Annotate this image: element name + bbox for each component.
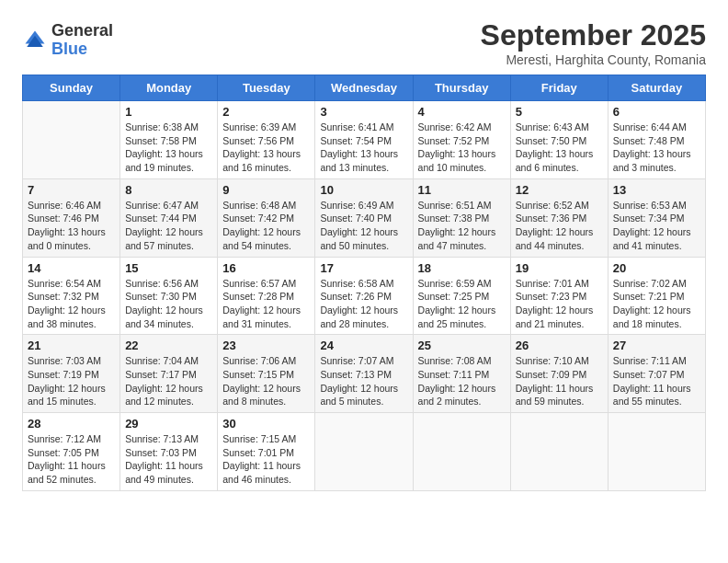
calendar-day-cell: 15Sunrise: 6:56 AM Sunset: 7:30 PM Dayli… xyxy=(120,257,218,335)
day-number: 6 xyxy=(613,105,700,119)
calendar-day-cell: 16Sunrise: 6:57 AM Sunset: 7:28 PM Dayli… xyxy=(218,257,315,335)
day-number: 15 xyxy=(125,261,212,275)
day-info: Sunrise: 6:54 AM Sunset: 7:32 PM Dayligh… xyxy=(28,277,115,331)
day-info: Sunrise: 7:11 AM Sunset: 7:07 PM Dayligh… xyxy=(613,354,700,408)
calendar-day-cell: 3Sunrise: 6:41 AM Sunset: 7:54 PM Daylig… xyxy=(315,101,413,179)
day-number: 5 xyxy=(516,105,603,119)
day-info: Sunrise: 6:39 AM Sunset: 7:56 PM Dayligh… xyxy=(222,121,310,175)
calendar-week-row: 1Sunrise: 6:38 AM Sunset: 7:58 PM Daylig… xyxy=(23,101,706,179)
logo: General Blue xyxy=(22,22,113,59)
day-info: Sunrise: 6:43 AM Sunset: 7:50 PM Dayligh… xyxy=(516,121,603,175)
calendar-day-cell: 23Sunrise: 7:06 AM Sunset: 7:15 PM Dayli… xyxy=(218,335,315,413)
day-info: Sunrise: 7:08 AM Sunset: 7:11 PM Dayligh… xyxy=(418,354,506,408)
calendar-day-cell: 8Sunrise: 6:47 AM Sunset: 7:44 PM Daylig… xyxy=(120,178,218,257)
calendar-day-cell: 29Sunrise: 7:13 AM Sunset: 7:03 PM Dayli… xyxy=(120,413,218,491)
calendar-day-cell: 10Sunrise: 6:49 AM Sunset: 7:40 PM Dayli… xyxy=(315,178,413,257)
logo-blue-text: Blue xyxy=(51,40,113,59)
calendar-day-cell xyxy=(608,413,705,491)
calendar-day-cell: 26Sunrise: 7:10 AM Sunset: 7:09 PM Dayli… xyxy=(510,335,608,413)
calendar-day-cell: 18Sunrise: 6:59 AM Sunset: 7:25 PM Dayli… xyxy=(413,257,510,335)
location-text: Meresti, Harghita County, Romania xyxy=(481,52,706,67)
day-info: Sunrise: 6:41 AM Sunset: 7:54 PM Dayligh… xyxy=(320,121,407,175)
calendar-table: SundayMondayTuesdayWednesdayThursdayFrid… xyxy=(22,75,706,491)
day-number: 2 xyxy=(222,105,310,119)
logo-icon xyxy=(22,28,48,53)
day-info: Sunrise: 6:56 AM Sunset: 7:30 PM Dayligh… xyxy=(125,277,212,331)
day-number: 27 xyxy=(613,339,700,352)
calendar-day-cell: 14Sunrise: 6:54 AM Sunset: 7:32 PM Dayli… xyxy=(23,257,120,335)
day-info: Sunrise: 7:12 AM Sunset: 7:05 PM Dayligh… xyxy=(28,432,115,487)
day-info: Sunrise: 6:38 AM Sunset: 7:58 PM Dayligh… xyxy=(125,121,212,175)
calendar-day-header: Sunday xyxy=(23,75,120,101)
calendar-day-cell: 1Sunrise: 6:38 AM Sunset: 7:58 PM Daylig… xyxy=(120,101,218,179)
day-number: 1 xyxy=(125,105,212,119)
day-info: Sunrise: 6:48 AM Sunset: 7:42 PM Dayligh… xyxy=(222,199,310,253)
day-number: 3 xyxy=(320,105,407,119)
calendar-day-cell: 24Sunrise: 7:07 AM Sunset: 7:13 PM Dayli… xyxy=(315,335,413,413)
day-number: 20 xyxy=(613,261,700,275)
day-number: 13 xyxy=(613,183,700,197)
day-info: Sunrise: 6:47 AM Sunset: 7:44 PM Dayligh… xyxy=(125,199,212,253)
month-title: September 2025 xyxy=(481,18,706,52)
day-number: 9 xyxy=(222,183,310,197)
calendar-day-cell: 28Sunrise: 7:12 AM Sunset: 7:05 PM Dayli… xyxy=(23,413,120,491)
day-number: 7 xyxy=(28,183,115,197)
day-number: 4 xyxy=(418,105,506,119)
calendar-day-header: Friday xyxy=(510,75,608,101)
day-number: 16 xyxy=(222,261,310,275)
day-number: 10 xyxy=(320,183,407,197)
day-number: 11 xyxy=(418,183,506,197)
day-info: Sunrise: 6:52 AM Sunset: 7:36 PM Dayligh… xyxy=(516,199,603,253)
calendar-day-header: Tuesday xyxy=(218,75,315,101)
day-number: 12 xyxy=(516,183,603,197)
day-info: Sunrise: 7:15 AM Sunset: 7:01 PM Dayligh… xyxy=(222,432,310,487)
calendar-day-cell: 17Sunrise: 6:58 AM Sunset: 7:26 PM Dayli… xyxy=(315,257,413,335)
calendar-day-cell: 25Sunrise: 7:08 AM Sunset: 7:11 PM Dayli… xyxy=(413,335,510,413)
day-number: 14 xyxy=(28,261,115,275)
day-info: Sunrise: 6:59 AM Sunset: 7:25 PM Dayligh… xyxy=(418,277,506,331)
day-info: Sunrise: 7:10 AM Sunset: 7:09 PM Dayligh… xyxy=(516,354,603,408)
day-info: Sunrise: 7:07 AM Sunset: 7:13 PM Dayligh… xyxy=(320,354,407,408)
calendar-day-cell: 27Sunrise: 7:11 AM Sunset: 7:07 PM Dayli… xyxy=(608,335,705,413)
calendar-day-cell: 21Sunrise: 7:03 AM Sunset: 7:19 PM Dayli… xyxy=(23,335,120,413)
day-number: 24 xyxy=(320,339,407,352)
day-number: 29 xyxy=(125,417,212,431)
calendar-day-header: Thursday xyxy=(413,75,510,101)
day-number: 21 xyxy=(28,339,115,352)
calendar-day-header: Saturday xyxy=(608,75,705,101)
calendar-day-cell: 4Sunrise: 6:42 AM Sunset: 7:52 PM Daylig… xyxy=(413,101,510,179)
day-info: Sunrise: 6:53 AM Sunset: 7:34 PM Dayligh… xyxy=(613,199,700,253)
calendar-day-cell: 13Sunrise: 6:53 AM Sunset: 7:34 PM Dayli… xyxy=(608,178,705,257)
day-number: 22 xyxy=(125,339,212,352)
day-info: Sunrise: 6:49 AM Sunset: 7:40 PM Dayligh… xyxy=(320,199,407,253)
title-block: September 2025 Meresti, Harghita County,… xyxy=(481,18,706,67)
logo-text: General Blue xyxy=(51,22,113,59)
day-info: Sunrise: 7:13 AM Sunset: 7:03 PM Dayligh… xyxy=(125,432,212,487)
calendar-day-cell: 30Sunrise: 7:15 AM Sunset: 7:01 PM Dayli… xyxy=(218,413,315,491)
calendar-day-cell xyxy=(510,413,608,491)
day-info: Sunrise: 7:04 AM Sunset: 7:17 PM Dayligh… xyxy=(125,354,212,408)
day-info: Sunrise: 6:42 AM Sunset: 7:52 PM Dayligh… xyxy=(418,121,506,175)
day-number: 28 xyxy=(28,417,115,431)
day-number: 19 xyxy=(516,261,603,275)
calendar-day-cell: 6Sunrise: 6:44 AM Sunset: 7:48 PM Daylig… xyxy=(608,101,705,179)
day-info: Sunrise: 6:44 AM Sunset: 7:48 PM Dayligh… xyxy=(613,121,700,175)
day-info: Sunrise: 7:02 AM Sunset: 7:21 PM Dayligh… xyxy=(613,277,700,331)
day-number: 23 xyxy=(222,339,310,352)
calendar-day-header: Wednesday xyxy=(315,75,413,101)
day-info: Sunrise: 6:51 AM Sunset: 7:38 PM Dayligh… xyxy=(418,199,506,253)
day-number: 30 xyxy=(222,417,310,431)
day-number: 17 xyxy=(320,261,407,275)
day-info: Sunrise: 6:46 AM Sunset: 7:46 PM Dayligh… xyxy=(28,199,115,253)
calendar-day-cell: 11Sunrise: 6:51 AM Sunset: 7:38 PM Dayli… xyxy=(413,178,510,257)
calendar-day-cell: 7Sunrise: 6:46 AM Sunset: 7:46 PM Daylig… xyxy=(23,178,120,257)
day-info: Sunrise: 6:57 AM Sunset: 7:28 PM Dayligh… xyxy=(222,277,310,331)
day-info: Sunrise: 7:06 AM Sunset: 7:15 PM Dayligh… xyxy=(222,354,310,408)
calendar-day-header: Monday xyxy=(120,75,218,101)
calendar-header-row: SundayMondayTuesdayWednesdayThursdayFrid… xyxy=(23,75,706,101)
day-number: 26 xyxy=(516,339,603,352)
page-header: General Blue September 2025 Meresti, Har… xyxy=(22,18,706,67)
calendar-day-cell: 5Sunrise: 6:43 AM Sunset: 7:50 PM Daylig… xyxy=(510,101,608,179)
calendar-day-cell: 12Sunrise: 6:52 AM Sunset: 7:36 PM Dayli… xyxy=(510,178,608,257)
calendar-week-row: 14Sunrise: 6:54 AM Sunset: 7:32 PM Dayli… xyxy=(23,257,706,335)
